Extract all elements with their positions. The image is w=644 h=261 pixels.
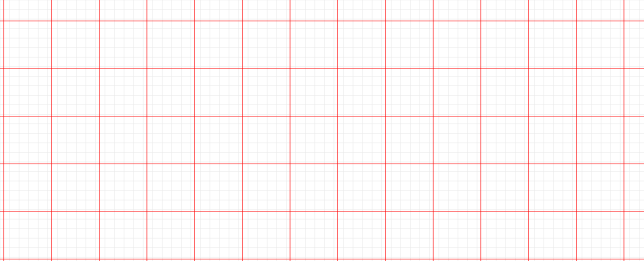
grid-lines (0, 0, 644, 261)
minor-grid (0, 0, 644, 261)
major-grid (0, 0, 644, 261)
graph-paper-grid (0, 0, 644, 261)
